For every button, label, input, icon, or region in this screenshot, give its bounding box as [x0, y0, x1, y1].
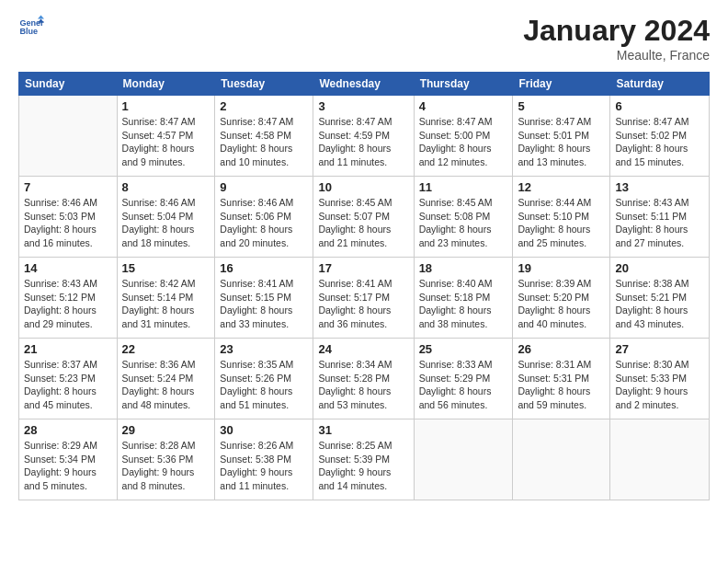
day-info: Sunrise: 8:44 AMSunset: 5:10 PMDaylight:…: [518, 196, 605, 250]
day-number: 6: [615, 99, 704, 113]
calendar-week-row: 7Sunrise: 8:46 AMSunset: 5:03 PMDaylight…: [19, 177, 710, 258]
day-info: Sunrise: 8:41 AMSunset: 5:15 PMDaylight:…: [220, 277, 308, 331]
calendar-cell: 8Sunrise: 8:46 AMSunset: 5:04 PMDaylight…: [117, 177, 215, 258]
calendar-cell: [414, 419, 513, 500]
calendar-cell: 1Sunrise: 8:47 AMSunset: 4:57 PMDaylight…: [117, 96, 215, 177]
day-number: 22: [122, 342, 210, 356]
col-wednesday: Wednesday: [313, 73, 414, 96]
day-number: 4: [419, 99, 508, 113]
day-number: 9: [220, 180, 308, 194]
calendar-header-row: Sunday Monday Tuesday Wednesday Thursday…: [19, 73, 710, 96]
day-info: Sunrise: 8:41 AMSunset: 5:17 PMDaylight:…: [318, 277, 408, 331]
calendar-cell: 21Sunrise: 8:37 AMSunset: 5:23 PMDayligh…: [19, 339, 118, 419]
calendar-table: Sunday Monday Tuesday Wednesday Thursday…: [18, 72, 710, 500]
day-number: 7: [24, 180, 112, 194]
calendar-cell: 20Sunrise: 8:38 AMSunset: 5:21 PMDayligh…: [610, 258, 710, 339]
svg-marker-2: [38, 15, 44, 18]
calendar-week-row: 28Sunrise: 8:29 AMSunset: 5:34 PMDayligh…: [19, 419, 710, 500]
calendar-cell: 11Sunrise: 8:45 AMSunset: 5:08 PMDayligh…: [414, 177, 513, 258]
col-monday: Monday: [117, 73, 215, 96]
day-number: 20: [615, 261, 704, 275]
day-info: Sunrise: 8:47 AMSunset: 4:59 PMDaylight:…: [318, 115, 408, 169]
calendar-week-row: 14Sunrise: 8:43 AMSunset: 5:12 PMDayligh…: [19, 258, 710, 339]
calendar-cell: 14Sunrise: 8:43 AMSunset: 5:12 PMDayligh…: [19, 258, 118, 339]
day-number: 1: [122, 99, 210, 113]
calendar-cell: 5Sunrise: 8:47 AMSunset: 5:01 PMDaylight…: [513, 96, 610, 177]
day-info: Sunrise: 8:35 AMSunset: 5:26 PMDaylight:…: [220, 358, 308, 412]
day-number: 19: [518, 261, 605, 275]
day-info: Sunrise: 8:46 AMSunset: 5:03 PMDaylight:…: [24, 196, 112, 250]
day-number: 17: [318, 261, 408, 275]
calendar-week-row: 1Sunrise: 8:47 AMSunset: 4:57 PMDaylight…: [19, 96, 710, 177]
svg-text:Blue: Blue: [19, 27, 38, 36]
calendar-cell: 27Sunrise: 8:30 AMSunset: 5:33 PMDayligh…: [610, 339, 710, 419]
day-number: 24: [318, 342, 408, 356]
calendar-cell: 29Sunrise: 8:28 AMSunset: 5:36 PMDayligh…: [117, 419, 215, 500]
calendar-cell: 28Sunrise: 8:29 AMSunset: 5:34 PMDayligh…: [19, 419, 118, 500]
calendar-week-row: 21Sunrise: 8:37 AMSunset: 5:23 PMDayligh…: [19, 339, 710, 419]
calendar-cell: 12Sunrise: 8:44 AMSunset: 5:10 PMDayligh…: [513, 177, 610, 258]
calendar-cell: 3Sunrise: 8:47 AMSunset: 4:59 PMDaylight…: [313, 96, 414, 177]
day-info: Sunrise: 8:46 AMSunset: 5:06 PMDaylight:…: [220, 196, 308, 250]
day-info: Sunrise: 8:25 AMSunset: 5:39 PMDaylight:…: [318, 439, 408, 493]
calendar-cell: [610, 419, 710, 500]
calendar-cell: 7Sunrise: 8:46 AMSunset: 5:03 PMDaylight…: [19, 177, 118, 258]
location: Meaulte, France: [523, 48, 710, 63]
day-number: 5: [518, 99, 605, 113]
calendar-cell: 23Sunrise: 8:35 AMSunset: 5:26 PMDayligh…: [215, 339, 313, 419]
title-block: January 2024 Meaulte, France: [523, 14, 710, 63]
col-thursday: Thursday: [414, 73, 513, 96]
day-number: 13: [615, 180, 704, 194]
calendar-cell: 6Sunrise: 8:47 AMSunset: 5:02 PMDaylight…: [610, 96, 710, 177]
day-info: Sunrise: 8:42 AMSunset: 5:14 PMDaylight:…: [122, 277, 210, 331]
day-info: Sunrise: 8:40 AMSunset: 5:18 PMDaylight:…: [419, 277, 508, 331]
col-tuesday: Tuesday: [215, 73, 313, 96]
day-info: Sunrise: 8:29 AMSunset: 5:34 PMDaylight:…: [24, 439, 112, 493]
day-number: 23: [220, 342, 308, 356]
day-info: Sunrise: 8:47 AMSunset: 5:01 PMDaylight:…: [518, 115, 605, 169]
calendar-cell: 16Sunrise: 8:41 AMSunset: 5:15 PMDayligh…: [215, 258, 313, 339]
day-number: 29: [122, 423, 210, 437]
day-info: Sunrise: 8:46 AMSunset: 5:04 PMDaylight:…: [122, 196, 210, 250]
day-number: 16: [220, 261, 308, 275]
day-number: 3: [318, 99, 408, 113]
logo-icon: General Blue: [18, 14, 44, 40]
day-info: Sunrise: 8:47 AMSunset: 5:02 PMDaylight:…: [615, 115, 704, 169]
day-info: Sunrise: 8:47 AMSunset: 4:57 PMDaylight:…: [122, 115, 210, 169]
calendar-cell: [513, 419, 610, 500]
day-number: 15: [122, 261, 210, 275]
day-number: 10: [318, 180, 408, 194]
day-info: Sunrise: 8:45 AMSunset: 5:07 PMDaylight:…: [318, 196, 408, 250]
day-info: Sunrise: 8:39 AMSunset: 5:20 PMDaylight:…: [518, 277, 605, 331]
calendar-cell: 30Sunrise: 8:26 AMSunset: 5:38 PMDayligh…: [215, 419, 313, 500]
day-info: Sunrise: 8:47 AMSunset: 4:58 PMDaylight:…: [220, 115, 308, 169]
day-info: Sunrise: 8:31 AMSunset: 5:31 PMDaylight:…: [518, 358, 605, 412]
calendar-cell: 22Sunrise: 8:36 AMSunset: 5:24 PMDayligh…: [117, 339, 215, 419]
day-number: 31: [318, 423, 408, 437]
day-number: 27: [615, 342, 704, 356]
day-number: 2: [220, 99, 308, 113]
day-info: Sunrise: 8:36 AMSunset: 5:24 PMDaylight:…: [122, 358, 210, 412]
logo: General Blue: [18, 14, 44, 40]
day-info: Sunrise: 8:47 AMSunset: 5:00 PMDaylight:…: [419, 115, 508, 169]
col-friday: Friday: [513, 73, 610, 96]
day-info: Sunrise: 8:43 AMSunset: 5:11 PMDaylight:…: [615, 196, 704, 250]
page: General Blue January 2024 Meaulte, Franc…: [0, 0, 728, 563]
calendar-cell: 18Sunrise: 8:40 AMSunset: 5:18 PMDayligh…: [414, 258, 513, 339]
day-info: Sunrise: 8:33 AMSunset: 5:29 PMDaylight:…: [419, 358, 508, 412]
day-info: Sunrise: 8:43 AMSunset: 5:12 PMDaylight:…: [24, 277, 112, 331]
day-number: 25: [419, 342, 508, 356]
calendar-cell: 25Sunrise: 8:33 AMSunset: 5:29 PMDayligh…: [414, 339, 513, 419]
calendar-cell: 15Sunrise: 8:42 AMSunset: 5:14 PMDayligh…: [117, 258, 215, 339]
day-number: 26: [518, 342, 605, 356]
day-number: 21: [24, 342, 112, 356]
calendar-cell: 24Sunrise: 8:34 AMSunset: 5:28 PMDayligh…: [313, 339, 414, 419]
day-info: Sunrise: 8:37 AMSunset: 5:23 PMDaylight:…: [24, 358, 112, 412]
calendar-cell: 26Sunrise: 8:31 AMSunset: 5:31 PMDayligh…: [513, 339, 610, 419]
month-title: January 2024: [523, 14, 710, 48]
calendar-cell: 31Sunrise: 8:25 AMSunset: 5:39 PMDayligh…: [313, 419, 414, 500]
day-number: 12: [518, 180, 605, 194]
day-number: 28: [24, 423, 112, 437]
calendar-cell: 10Sunrise: 8:45 AMSunset: 5:07 PMDayligh…: [313, 177, 414, 258]
day-info: Sunrise: 8:38 AMSunset: 5:21 PMDaylight:…: [615, 277, 704, 331]
